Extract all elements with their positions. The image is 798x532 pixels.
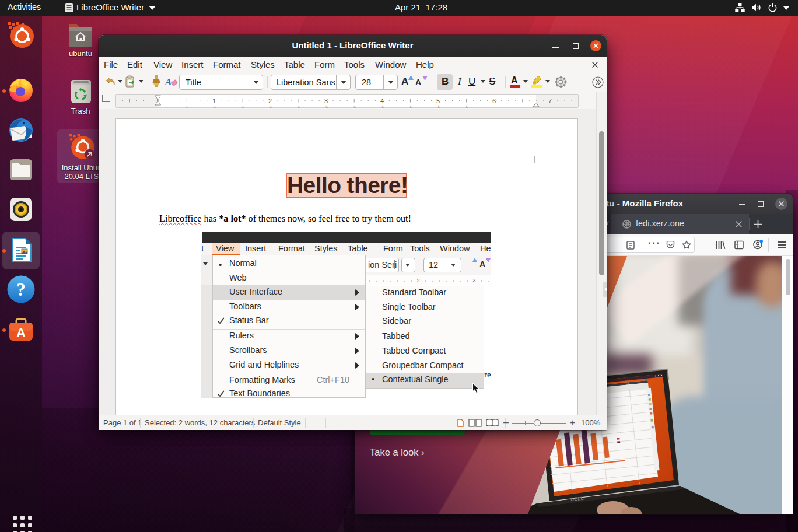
svg-text:6: 6	[492, 97, 496, 104]
svg-text:A: A	[16, 326, 26, 340]
svg-text:2: 2	[268, 97, 272, 104]
svg-text:7: 7	[548, 97, 552, 104]
svg-text:2: 2	[416, 278, 419, 284]
svg-text:4: 4	[380, 97, 384, 104]
svg-text:A: A	[165, 76, 172, 88]
svg-text:3: 3	[473, 278, 475, 284]
svg-text:?: ?	[16, 279, 26, 300]
svg-text:3: 3	[324, 97, 328, 104]
svg-text:1: 1	[212, 97, 216, 104]
svg-text:5: 5	[436, 97, 440, 104]
